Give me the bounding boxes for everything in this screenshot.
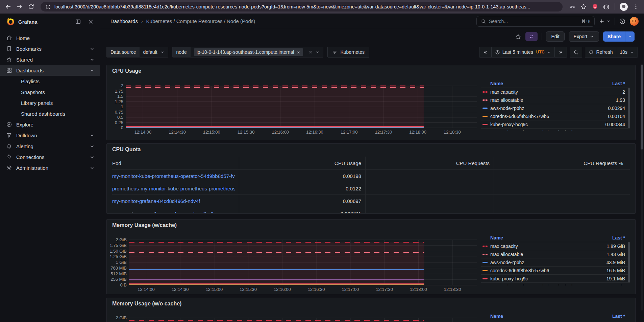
time-range-picker[interactable]: Last 5 minutes UTC	[491, 47, 555, 57]
series-name[interactable]: coredns-6d66f8b58b-57wb6	[490, 114, 549, 119]
legend-row[interactable]: aws-node-rpbhz 0.00294	[481, 104, 630, 112]
series-name[interactable]: my-monitor-grafana-84cd8d496d-ndv4f	[490, 284, 572, 285]
new-button[interactable]	[599, 18, 611, 24]
sidebar-item-explore[interactable]: Explore	[0, 119, 100, 130]
chevron-down-icon[interactable]	[90, 165, 95, 170]
sidebar-item-alerting[interactable]: Alerting	[0, 141, 100, 152]
column-header-cpu-requests[interactable]: CPU Requests	[366, 157, 494, 169]
legend-row[interactable]: max allocatable 1.43 GiB	[481, 250, 630, 258]
legend-row[interactable]: kube-proxy-hcg9c 19.1 MiB	[481, 274, 630, 282]
share-button[interactable]: Share	[603, 31, 635, 42]
node-picker[interactable]: ip-10-0-1-143.ap-southeast-1.compute.int…	[191, 47, 323, 57]
refresh-interval-picker[interactable]: 10s	[616, 47, 638, 57]
series-name[interactable]: aws-node-rpbhz	[490, 106, 524, 111]
close-sidebar-icon[interactable]	[88, 19, 94, 25]
grafana-logo[interactable]	[6, 17, 15, 26]
column-header-pod[interactable]: Pod	[112, 157, 239, 169]
pod-link[interactable]: my-monitor-kube-prometheus-operator-54d9…	[112, 173, 235, 179]
sidebar-item-administration[interactable]: Administration	[0, 162, 100, 173]
export-button[interactable]: Export	[569, 31, 599, 42]
sidebar-item-home[interactable]: Home	[0, 32, 100, 43]
legend-row-partial[interactable]: my-monitor-grafana-84cd8d496d-ndv4f 241 …	[481, 282, 630, 285]
legend-row[interactable]: kube-proxy-hcg9c 0.000344	[481, 120, 630, 128]
dock-sidebar-icon[interactable]	[75, 19, 81, 25]
clear-all-icon[interactable]	[308, 50, 313, 54]
zoom-out-button[interactable]	[570, 47, 582, 57]
sidebar-subitem-playlists[interactable]: Playlists	[0, 76, 100, 87]
panel-title-cpu-quota[interactable]: CPU Quota	[107, 144, 635, 155]
panel-title-memory-cache[interactable]: Memory Usage (w/cache)	[107, 220, 635, 230]
legend-name-header[interactable]: Name	[490, 314, 503, 319]
memory-usage-chart[interactable]: 2 GiB1.75 GiB1.50 GiB1.25 GiB1 GiB768 Mi…	[107, 230, 479, 293]
series-name[interactable]: max allocatable	[490, 252, 523, 257]
user-avatar[interactable]	[630, 17, 639, 26]
series-name[interactable]: my-monitor-grafana-84cd8d496d-ndv4f	[490, 130, 572, 131]
legend-name-header[interactable]: Name	[490, 81, 503, 86]
panel-title-cpu-usage[interactable]: CPU Usage	[107, 65, 635, 76]
legend-last-header[interactable]: Last *	[612, 81, 625, 86]
sidebar-item-bookmarks[interactable]: Bookmarks	[0, 43, 100, 54]
series-name[interactable]: coredns-6d66f8b58b-57wb6	[490, 268, 549, 273]
chevron-down-icon[interactable]	[90, 144, 95, 149]
sidebar-item-drilldown[interactable]: Drilldown	[0, 130, 100, 141]
breadcrumb-dashboards[interactable]: Dashboards	[110, 18, 138, 24]
extensions-puzzle-icon[interactable]	[603, 3, 610, 10]
pod-link[interactable]: my-monitor-prometheus-node-exporter-x9xr…	[112, 211, 213, 213]
series-name[interactable]: max allocatable	[490, 97, 523, 103]
legend-row[interactable]: max capacity 1.89 GiB	[481, 242, 630, 250]
legend-row[interactable]: max capacity 2	[481, 88, 630, 96]
time-shift-back-button[interactable]	[479, 47, 491, 57]
edit-button[interactable]: Edit	[546, 31, 564, 42]
legend-row[interactable]: coredns-6d66f8b58b-57wb6 16.5 MiB	[481, 266, 630, 274]
column-header-cpu-usage[interactable]: CPU Usage	[239, 157, 366, 169]
remove-tag-icon[interactable]	[297, 50, 300, 54]
adblock-shield-icon[interactable]	[592, 3, 598, 10]
series-name[interactable]: max capacity	[490, 89, 518, 95]
address-bar[interactable]: localhost:3000/d/200ac8fdbfbb74b39aff881…	[41, 2, 563, 12]
site-info-icon[interactable]	[45, 4, 51, 10]
pod-link[interactable]: my-monitor-grafana-84cd8d496d-ndv4f	[112, 198, 200, 204]
series-name[interactable]: aws-node-rpbhz	[490, 260, 524, 265]
chevron-up-icon[interactable]	[90, 68, 95, 73]
datasource-picker[interactable]: default	[140, 47, 168, 57]
legend-last-header[interactable]: Last *	[612, 314, 625, 319]
legend-last-header[interactable]: Last *	[612, 235, 625, 240]
password-key-icon[interactable]	[569, 3, 575, 10]
help-icon[interactable]	[619, 18, 626, 25]
reload-icon[interactable]	[28, 3, 34, 10]
forward-icon[interactable]	[16, 3, 23, 10]
favorite-star-icon[interactable]	[515, 33, 521, 40]
pod-link[interactable]: prometheus-my-monitor-kube-prometheus-pr…	[112, 186, 235, 191]
column-header-cpu-requests-[interactable]: CPU Requests %	[494, 157, 627, 169]
chevron-down-icon[interactable]	[90, 155, 95, 160]
sidebar-subitem-snapshots[interactable]: Snapshots	[0, 87, 100, 97]
browser-profile-avatar[interactable]	[620, 3, 628, 11]
search-input[interactable]: Search... ⌘+k	[476, 16, 595, 27]
series-name[interactable]: kube-proxy-hcg9c	[490, 276, 528, 281]
series-name[interactable]: kube-proxy-hcg9c	[490, 122, 528, 127]
node-value-tag[interactable]: ip-10-0-1-143.ap-southeast-1.compute.int…	[194, 48, 303, 56]
sidebar-subitem-shared-dashboards[interactable]: Shared dashboards	[0, 108, 100, 119]
refresh-button[interactable]: Refresh	[585, 47, 616, 57]
time-shift-forward-button[interactable]	[554, 47, 567, 57]
legend-scrollbar[interactable]	[628, 242, 630, 282]
cpu-usage-chart[interactable]: 21.751.51.2510.750.50.25012:14:0012:14:3…	[107, 76, 479, 138]
back-icon[interactable]	[5, 3, 11, 10]
memory-nocache-chart[interactable]: 2 GiB1.75 GiB1.50 GiB1.25 GiB1 GiB768 Mi…	[107, 309, 479, 322]
chevron-down-icon[interactable]	[90, 57, 95, 62]
legend-row[interactable]: max allocatable 1.93	[481, 96, 630, 104]
legend-scrollbar[interactable]	[628, 88, 630, 128]
share-menu-button[interactable]	[625, 31, 635, 42]
dashboard-scrollbar[interactable]	[641, 64, 643, 310]
series-name[interactable]: max capacity	[490, 244, 518, 249]
chevron-down-icon[interactable]	[90, 133, 95, 138]
browser-menu-icon[interactable]	[633, 3, 639, 10]
shared-dashboard-button[interactable]	[525, 32, 538, 41]
sidebar-item-dashboards[interactable]: Dashboards	[0, 65, 100, 76]
legend-row-partial[interactable]: my-monitor-grafana-84cd8d496d-ndv4f 0.00…	[481, 128, 630, 131]
kubernetes-filter-button[interactable]: Kubernetes	[327, 47, 369, 58]
scrollbar-thumb[interactable]	[641, 65, 643, 150]
sidebar-item-connections[interactable]: Connections	[0, 152, 100, 162]
legend-name-header[interactable]: Name	[490, 235, 503, 240]
sidebar-subitem-library-panels[interactable]: Library panels	[0, 97, 100, 108]
